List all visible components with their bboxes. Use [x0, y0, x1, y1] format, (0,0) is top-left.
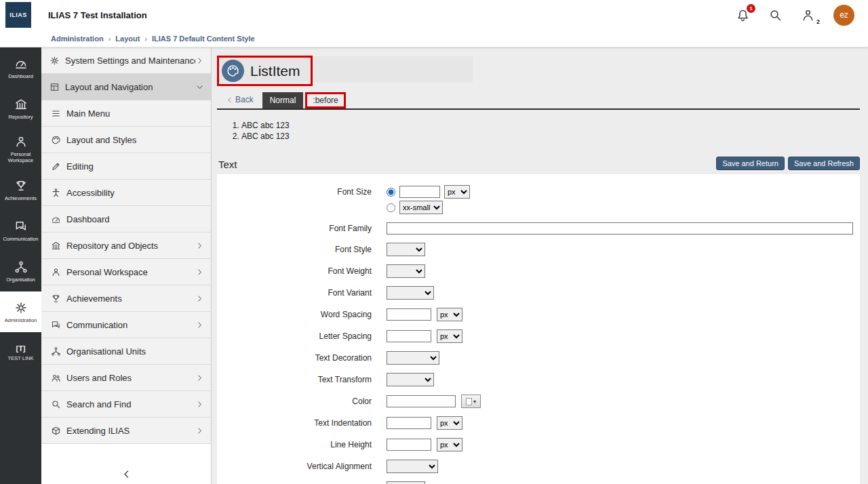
tree-items: System Settings and MaintenanceLayout an… — [41, 47, 211, 444]
chevron-down-icon — [195, 83, 204, 92]
font-style-select[interactable] — [387, 243, 425, 256]
text-indentation-unit-select[interactable]: px — [437, 416, 462, 430]
menu-icon — [51, 108, 61, 119]
notifications-button[interactable]: 1 — [736, 8, 750, 22]
back-link-label: Back — [235, 95, 254, 104]
trophy-icon — [14, 179, 28, 193]
tree-item-layout-and-styles[interactable]: Layout and Styles — [41, 127, 211, 153]
tree-item-dashboard[interactable]: Dashboard — [41, 206, 211, 233]
tree-item-users-and-roles[interactable]: Users and Roles — [41, 365, 211, 391]
tree-item-achievements[interactable]: Achievements — [41, 285, 211, 312]
font-size-value-input[interactable] — [399, 186, 440, 198]
font-variant-select[interactable] — [387, 286, 434, 300]
form-controls-letter-spacing: px — [387, 329, 462, 343]
tab-normal[interactable]: Normal — [262, 92, 304, 108]
tree-item-layout-and-navigation[interactable]: Layout and Navigation — [41, 74, 211, 100]
breadcrumb-link-ilias-7-default-content-style[interactable]: ILIAS 7 Default Content Style — [152, 35, 255, 43]
section-title: Text — [218, 159, 237, 170]
mainbar-item-administration[interactable]: Administration — [0, 291, 41, 332]
form-controls-text-decoration — [387, 351, 439, 365]
tree-item-main-menu[interactable]: Main Menu — [41, 100, 211, 127]
word-spacing-unit-select[interactable]: px — [437, 308, 462, 321]
form-row-text-decoration: Text Decoration — [217, 351, 860, 365]
preview-list-item: ABC abc 123 — [241, 121, 860, 130]
trophy-icon — [51, 294, 61, 304]
tree-item-search-and-find[interactable]: Search and Find — [41, 391, 211, 418]
form-controls-color: ▾ — [387, 395, 481, 408]
tree-item-repository-and-objects[interactable]: Repository and Objects — [41, 233, 211, 259]
collapse-sidebar-button[interactable] — [41, 468, 211, 480]
word-spacing-input[interactable] — [387, 308, 431, 321]
mainbar-item-personal-workspace[interactable]: Personal Workspace — [0, 129, 41, 169]
form-row-color: Color▾ — [217, 395, 860, 408]
breadcrumb-link-administration[interactable]: Administration — [51, 35, 104, 43]
text-indentation-input[interactable] — [387, 417, 431, 429]
tree-item-system-settings-and-maintenance[interactable]: System Settings and Maintenance — [41, 47, 211, 74]
tree-item-label: Organisational Units — [66, 346, 204, 357]
save-and-refresh-button[interactable]: Save and Refresh — [788, 157, 860, 170]
mainbar-item-communication[interactable]: Communication — [0, 210, 41, 251]
back-link[interactable]: Back — [226, 95, 254, 108]
font-family-input[interactable] — [387, 222, 853, 235]
avatar[interactable]: ez — [833, 5, 854, 26]
mainbar-item-label: Organisation — [6, 277, 35, 283]
tree-item-communication[interactable]: Communication — [41, 312, 211, 338]
mainbar-item-dashboard[interactable]: Dashboard — [0, 47, 41, 88]
line-height-input[interactable] — [387, 439, 431, 451]
ilias-logo[interactable]: ILIAS — [5, 2, 31, 28]
tree-item-label: Editing — [66, 161, 204, 172]
tree-item-label: Repository and Objects — [66, 241, 195, 251]
font-size-preset-radio[interactable] — [387, 203, 395, 212]
text-decoration-select[interactable] — [387, 351, 439, 365]
breadcrumb-separator: › — [108, 35, 111, 43]
mainbar-item-organisation[interactable]: Organisation — [0, 251, 41, 291]
text-transform-select[interactable] — [387, 373, 434, 386]
search-button[interactable] — [768, 8, 783, 22]
font-size-preset-select[interactable]: xx-small — [399, 201, 443, 214]
extra-13-select[interactable] — [387, 481, 425, 484]
action-buttons: Save and ReturnSave and Refresh — [716, 157, 860, 170]
admin-icon — [14, 301, 28, 315]
save-and-return-button[interactable]: Save and Return — [716, 157, 785, 170]
form-controls-word-spacing: px — [387, 308, 462, 321]
chevron-left-icon — [226, 96, 233, 104]
chevron-right-icon — [195, 268, 204, 277]
tree-item-label: Layout and Navigation — [65, 82, 195, 92]
tree-item-personal-workspace[interactable]: Personal Workspace — [41, 259, 211, 285]
online-users-button[interactable]: 2 — [801, 8, 815, 22]
form-row-letter-spacing: Letter Spacingpx — [217, 329, 860, 343]
form-label-letter-spacing: Letter Spacing — [217, 331, 372, 341]
form-row-font-variant: Font Variant — [217, 286, 860, 300]
mainbar-item-label: Repository — [9, 114, 33, 120]
palette-icon — [226, 64, 240, 78]
font-weight-select[interactable] — [387, 264, 425, 278]
color-input[interactable] — [387, 395, 456, 407]
form-controls-text-transform — [387, 373, 434, 386]
tree-item-editing[interactable]: Editing — [41, 153, 211, 180]
mainbar-item-test-link[interactable]: [T]TEST LINK — [0, 332, 41, 373]
form-row-text-transform: Text Transform — [217, 373, 860, 386]
person-icon — [14, 135, 28, 148]
tree-item-label: Personal Workspace — [66, 267, 195, 277]
search-icon — [51, 399, 61, 409]
letter-spacing-input[interactable] — [387, 330, 431, 342]
letter-spacing-unit-select[interactable]: px — [437, 329, 462, 343]
font-size-preset-line: xx-small — [387, 201, 443, 214]
font-size-unit-select[interactable]: px — [444, 185, 470, 199]
font-size-custom-radio[interactable] — [387, 188, 395, 197]
line-height-unit-select[interactable]: px — [437, 438, 462, 451]
form-row-text-indentation: Text Indentationpx — [217, 416, 860, 430]
breadcrumb-link-layout[interactable]: Layout — [115, 35, 140, 43]
tab-bar: Back Normal:before — [217, 92, 860, 110]
tab-before[interactable]: :before — [305, 92, 345, 108]
form-row-font-size: Font Sizepxxx-small — [217, 185, 860, 214]
tree-item-organisational-units[interactable]: Organisational Units — [41, 338, 211, 365]
tree-item-accessibility[interactable]: Accessibility — [41, 180, 211, 206]
mainbar-item-achievements[interactable]: Achievements — [0, 169, 41, 210]
form-row-extra-13 — [217, 481, 860, 484]
vertical-alignment-select[interactable] — [387, 460, 438, 473]
tree-item-extending-ilias[interactable]: Extending ILIAS — [41, 418, 211, 444]
mainbar-item-repository[interactable]: Repository — [0, 88, 41, 129]
form-row-vertical-alignment: Vertical Alignment — [217, 460, 860, 473]
color-picker-button[interactable]: ▾ — [461, 395, 481, 408]
